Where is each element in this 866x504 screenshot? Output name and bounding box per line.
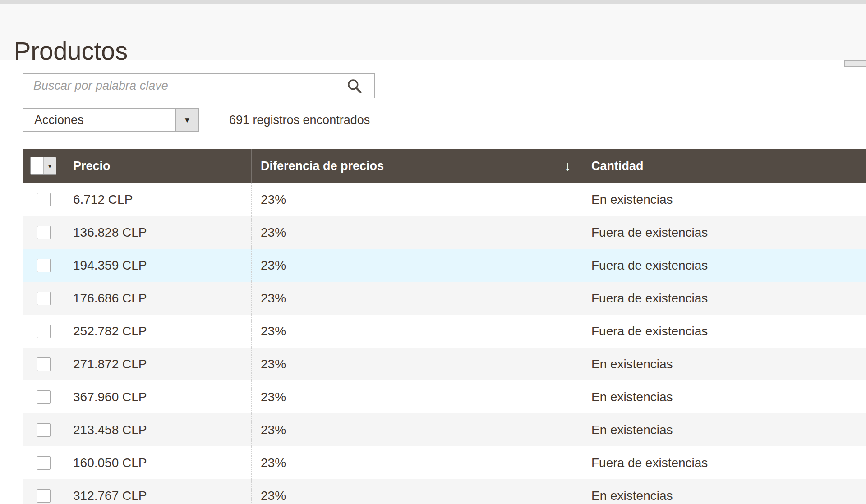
price-cell: 367.960 CLP — [64, 380, 251, 413]
checkbox-cell — [23, 216, 64, 249]
column-header-diferencia-label: Diferencia de precios — [261, 159, 384, 173]
price-diff-cell: 23% — [251, 282, 582, 315]
select-all-header-cell: ▼ — [23, 149, 64, 183]
checkbox-cell — [23, 446, 64, 479]
table-row[interactable]: 312.767 CLP 23% En existencias — [23, 479, 866, 504]
row-checkbox[interactable] — [37, 489, 51, 503]
row-checkbox[interactable] — [37, 390, 51, 404]
quantity-cell: Fuera de existencias — [582, 216, 862, 249]
price-cell: 6.712 CLP — [64, 183, 251, 216]
column-header-cantidad[interactable]: Cantidad — [582, 149, 862, 183]
price-cell: 194.359 CLP — [64, 249, 251, 282]
price-diff-cell: 23% — [251, 249, 582, 282]
table-row[interactable]: 213.458 CLP 23% En existencias — [23, 413, 866, 446]
row-checkbox[interactable] — [37, 357, 51, 371]
chevron-down-icon: ▼ — [184, 116, 191, 124]
row-checkbox[interactable] — [37, 456, 51, 470]
table-row[interactable]: 136.828 CLP 23% Fuera de existencias — [23, 216, 866, 249]
price-diff-cell: 23% — [251, 479, 582, 504]
actions-dropdown[interactable]: Acciones ▼ — [23, 108, 199, 132]
row-checkbox[interactable] — [37, 259, 51, 272]
table-row[interactable]: 176.686 CLP 23% Fuera de existencias — [23, 282, 866, 315]
table-row[interactable]: 160.050 CLP 23% Fuera de existencias — [23, 446, 866, 479]
top-strip — [0, 0, 866, 4]
table-row[interactable]: 252.782 CLP 23% Fuera de existencias — [23, 315, 866, 348]
extra-cell — [862, 413, 866, 446]
page-header: Productos — [0, 4, 866, 60]
search-input[interactable] — [23, 73, 375, 98]
search-button[interactable] — [346, 78, 363, 95]
records-count: 691 registros encontrados — [229, 108, 370, 132]
price-cell: 136.828 CLP — [64, 216, 251, 249]
checkbox-cell — [23, 282, 64, 315]
extra-cell — [862, 380, 866, 413]
price-diff-cell: 23% — [251, 413, 582, 446]
checkbox-cell — [23, 479, 64, 504]
right-edge-panel[interactable] — [864, 107, 866, 133]
quantity-cell: En existencias — [582, 183, 862, 216]
checkbox-cell — [23, 380, 64, 413]
actions-dropdown-label: Acciones — [23, 109, 198, 131]
row-checkbox[interactable] — [37, 423, 51, 437]
sort-descending-icon: ↓ — [564, 158, 571, 174]
quantity-cell: En existencias — [582, 348, 862, 380]
extra-cell — [862, 183, 866, 216]
select-all-checkbox[interactable] — [31, 157, 44, 174]
price-cell: 271.872 CLP — [64, 348, 251, 380]
price-diff-cell: 23% — [251, 315, 582, 348]
price-diff-cell: 23% — [251, 183, 582, 216]
page-title: Productos — [14, 36, 128, 65]
quantity-cell: Fuera de existencias — [582, 446, 862, 479]
table-row[interactable]: 271.872 CLP 23% En existencias — [23, 348, 866, 380]
row-checkbox[interactable] — [37, 325, 51, 338]
column-header-precio[interactable]: Precio — [64, 149, 251, 183]
price-diff-cell: 23% — [251, 348, 582, 380]
row-checkbox[interactable] — [37, 292, 51, 305]
extra-cell — [862, 348, 866, 380]
checkbox-cell — [23, 348, 64, 380]
products-table: ▼ Precio Diferencia de precios ↓ Cantida… — [23, 149, 866, 504]
collapsed-panel-tab[interactable] — [844, 60, 866, 67]
search-icon — [346, 89, 363, 96]
price-cell: 252.782 CLP — [64, 315, 251, 348]
price-cell: 176.686 CLP — [64, 282, 251, 315]
quantity-cell: En existencias — [582, 479, 862, 504]
table-body: 6.712 CLP 23% En existencias 136.828 CLP… — [23, 183, 866, 504]
chevron-down-icon: ▼ — [47, 163, 53, 169]
checkbox-cell — [23, 315, 64, 348]
column-header-diferencia[interactable]: Diferencia de precios ↓ — [251, 149, 582, 183]
price-diff-cell: 23% — [251, 216, 582, 249]
quantity-cell: Fuera de existencias — [582, 249, 862, 282]
column-header-extra — [862, 149, 866, 183]
select-all-dropdown[interactable]: ▼ — [44, 157, 56, 174]
select-all-control[interactable]: ▼ — [30, 157, 56, 175]
extra-cell — [862, 282, 866, 315]
extra-cell — [862, 216, 866, 249]
table-header: ▼ Precio Diferencia de precios ↓ Cantida… — [23, 149, 866, 183]
price-cell: 312.767 CLP — [64, 479, 251, 504]
quantity-cell: En existencias — [582, 413, 862, 446]
price-diff-cell: 23% — [251, 380, 582, 413]
search-bar — [23, 73, 375, 98]
row-checkbox[interactable] — [37, 226, 51, 239]
quantity-cell: En existencias — [582, 380, 862, 413]
quantity-cell: Fuera de existencias — [582, 315, 862, 348]
table-row[interactable]: 367.960 CLP 23% En existencias — [23, 380, 866, 413]
quantity-cell: Fuera de existencias — [582, 282, 862, 315]
table-row[interactable]: 194.359 CLP 23% Fuera de existencias — [23, 249, 866, 282]
table-row[interactable]: 6.712 CLP 23% En existencias — [23, 183, 866, 216]
extra-cell — [862, 479, 866, 504]
price-cell: 160.050 CLP — [64, 446, 251, 479]
dropdown-arrow-button[interactable]: ▼ — [175, 109, 198, 131]
checkbox-cell — [23, 249, 64, 282]
price-diff-cell: 23% — [251, 446, 582, 479]
extra-cell — [862, 446, 866, 479]
price-cell: 213.458 CLP — [64, 413, 251, 446]
extra-cell — [862, 249, 866, 282]
checkbox-cell — [23, 413, 64, 446]
checkbox-cell — [23, 183, 64, 216]
row-checkbox[interactable] — [37, 193, 51, 206]
extra-cell — [862, 315, 866, 348]
